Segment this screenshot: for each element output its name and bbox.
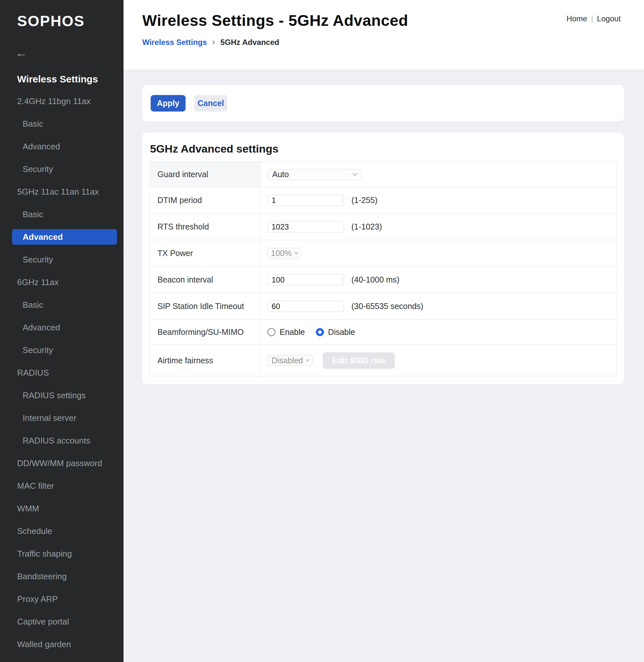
sidebar-item-2-4ghz-11bgn-11ax[interactable]: 2.4GHz 11bgn 11ax [0, 90, 123, 113]
sidebar-item-wmm[interactable]: WMM [0, 497, 123, 520]
tx-power-value: 100% [271, 249, 292, 258]
table-row-sip-idle-timeout: SIP Station Idle Timeout (30-65535 secon… [150, 293, 617, 320]
table-row-airtime-fairness: Airtime fairness Disabled Edit SSID rate [150, 345, 617, 376]
sidebar-item-schedule[interactable]: Schedule [0, 520, 123, 542]
range-hint: (1-255) [351, 195, 377, 205]
logout-link[interactable]: Logout [597, 14, 621, 23]
sidebar-item-captive-portal[interactable]: Captive portal [0, 610, 123, 633]
top-links: Home | Logout [567, 14, 621, 23]
row-label: Guard interval [150, 162, 260, 187]
table-row-beacon-interval: Beacon interval (40-1000 ms) [150, 267, 617, 293]
sidebar-item-advanced[interactable]: Advanced [0, 316, 123, 339]
cancel-button[interactable]: Cancel [194, 95, 227, 112]
sidebar-item-security[interactable]: Security [0, 158, 123, 180]
table-row-rts-threshold: RTS threshold (1-1023) [150, 214, 617, 240]
sidebar-item-radius[interactable]: RADIUS [0, 361, 123, 384]
airtime-fairness-value: Disabled [272, 356, 303, 365]
sidebar-nav: 2.4GHz 11bgn 11axBasicAdvancedSecurity5G… [0, 90, 123, 656]
sidebar-item-proxy-arp[interactable]: Proxy ARP [0, 588, 123, 610]
range-hint: (1-1023) [351, 222, 382, 232]
range-hint: (30-65535 seconds) [351, 302, 423, 311]
breadcrumb-chevron-icon: › [212, 37, 215, 47]
radio-unchecked-icon[interactable] [267, 328, 275, 336]
beamforming-enable-option[interactable]: Enable [267, 327, 305, 337]
chevron-down-icon [353, 171, 358, 176]
apply-button[interactable]: Apply [151, 95, 186, 112]
sidebar-item-5ghz-11ac-11an-11ax[interactable]: 5GHz 11ac 11an 11ax [0, 180, 123, 203]
chevron-down-icon [305, 357, 310, 362]
settings-card: 5GHz Advanced settings Guard interval Au… [142, 133, 624, 384]
table-row-dtim-period: DTIM period (1-255) [150, 187, 617, 214]
guard-interval-select[interactable]: Auto [267, 169, 362, 180]
sidebar-item-walled-garden[interactable]: Walled garden [0, 633, 123, 656]
sidebar-item-internal-server[interactable]: Internal server [0, 407, 123, 429]
sidebar-item-basic[interactable]: Basic [0, 113, 123, 135]
row-label: DTIM period [150, 187, 260, 213]
row-label: Beamforming/SU-MIMO [150, 320, 260, 345]
beacon-interval-input[interactable] [267, 274, 344, 285]
row-label: TX Power [150, 240, 260, 266]
settings-card-title: 5GHz Advanced settings [150, 143, 617, 155]
action-bar-card: Apply Cancel [142, 85, 624, 121]
sidebar-item-advanced[interactable]: Advanced [0, 226, 123, 248]
sidebar-item-radius-accounts[interactable]: RADIUS accounts [0, 429, 123, 452]
row-label: Airtime fairness [150, 345, 260, 376]
guard-interval-value: Auto [272, 170, 289, 179]
sidebar-item-mac-filter[interactable]: MAC filter [0, 474, 123, 497]
sophos-logo: SOPHOS [17, 12, 123, 30]
row-label: Beacon interval [150, 267, 260, 293]
sidebar: SOPHOS ← Wireless Settings 2.4GHz 11bgn … [0, 0, 123, 662]
range-hint: (40-1000 ms) [351, 275, 399, 284]
sidebar-item-basic[interactable]: Basic [0, 203, 123, 226]
sidebar-item-traffic-shaping[interactable]: Traffic shaping [0, 542, 123, 565]
sidebar-item-6ghz-11ax[interactable]: 6GHz 11ax [0, 271, 123, 293]
tx-power-select: 100% [267, 248, 301, 259]
table-row-beamforming: Beamforming/SU-MIMO Enable Disable [150, 320, 617, 345]
table-row-guard-interval: Guard interval Auto [150, 162, 617, 187]
sidebar-item-security[interactable]: Security [0, 339, 123, 361]
sidebar-item-bandsteering[interactable]: Bandsteering [0, 565, 123, 588]
sip-idle-timeout-input[interactable] [267, 301, 344, 312]
beamforming-radio-group: Enable Disable [267, 327, 355, 337]
row-label: SIP Station Idle Timeout [150, 293, 260, 320]
back-arrow-icon[interactable]: ← [16, 47, 30, 59]
beamforming-disable-option[interactable]: Disable [316, 327, 355, 337]
sidebar-item-security[interactable]: Security [0, 248, 123, 271]
sidebar-item-radius-settings[interactable]: RADIUS settings [0, 384, 123, 407]
content-area: Apply Cancel 5GHz Advanced settings Guar… [123, 70, 644, 662]
breadcrumb: Wireless Settings › 5GHz Advanced [142, 38, 644, 47]
rts-threshold-input[interactable] [267, 221, 344, 232]
chevron-down-icon [294, 250, 298, 254]
sidebar-item-dd-ww-mm-password[interactable]: DD/WW/MM password [0, 452, 123, 474]
breadcrumb-current: 5GHz Advanced [221, 38, 279, 47]
sidebar-item-advanced[interactable]: Advanced [0, 135, 123, 158]
radio-checked-icon[interactable] [316, 328, 324, 336]
links-separator: | [591, 14, 593, 23]
page-header: Wireless Settings - 5GHz Advanced Home |… [123, 0, 644, 70]
edit-ssid-rate-button: Edit SSID rate [323, 352, 395, 369]
main-area: Wireless Settings - 5GHz Advanced Home |… [123, 0, 644, 662]
row-label: RTS threshold [150, 214, 260, 240]
dtim-period-input[interactable] [267, 195, 344, 206]
sidebar-heading: Wireless Settings [17, 74, 123, 85]
table-row-tx-power: TX Power 100% [150, 240, 617, 267]
airtime-fairness-select: Disabled [267, 355, 313, 366]
breadcrumb-parent-link[interactable]: Wireless Settings [142, 38, 207, 47]
sidebar-item-basic[interactable]: Basic [0, 293, 123, 316]
home-link[interactable]: Home [567, 14, 587, 23]
settings-table: Guard interval Auto DTIM period (1-255) [150, 162, 617, 376]
